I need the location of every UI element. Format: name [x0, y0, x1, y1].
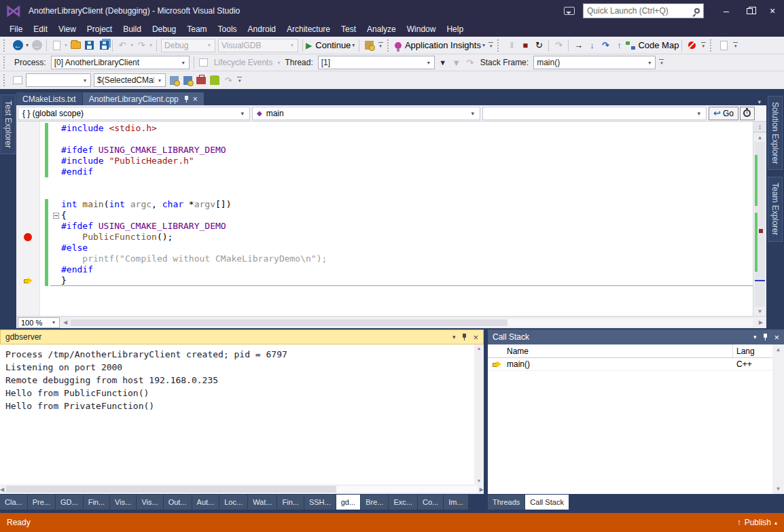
panel-tab-vis[interactable]: Vis... — [137, 495, 163, 510]
code-line[interactable]: { — [16, 210, 753, 221]
panel-tab-aut[interactable]: Aut... — [192, 495, 220, 510]
undo-dropdown-icon[interactable]: ▾ — [129, 42, 135, 48]
breakpoint-margin[interactable] — [16, 275, 39, 286]
document-tab[interactable]: CMakeLists.txt — [16, 92, 82, 105]
scroll-down-icon[interactable]: ▼ — [477, 478, 482, 483]
code-text[interactable]: #endif — [61, 264, 753, 275]
scroll-down-icon[interactable]: ▼ — [753, 306, 766, 316]
step-into-button[interactable]: ↓ — [585, 38, 599, 53]
panel-tab-fin[interactable]: Fin... — [277, 495, 304, 510]
close-icon[interactable]: × — [774, 332, 779, 342]
menu-item-help[interactable]: Help — [441, 22, 469, 36]
search-dropdown[interactable]: ▾ — [482, 107, 707, 120]
menu-item-view[interactable]: View — [53, 22, 82, 36]
code-line[interactable]: #ifdef USING_CMAKE_LIBRARY_DEMO — [16, 221, 753, 232]
output-vertical-scrollbar[interactable]: ▲ ▼ — [474, 344, 484, 484]
panel-tab-fin[interactable]: Fin... — [84, 495, 110, 510]
back-dropdown-icon[interactable]: ▾ — [24, 42, 30, 48]
toolbar-grip[interactable] — [387, 39, 391, 52]
new-file-button[interactable] — [50, 38, 63, 53]
breakpoint-margin[interactable] — [16, 264, 39, 275]
disable-breakpoints-button[interactable] — [685, 38, 698, 53]
code-line[interactable] — [16, 177, 753, 188]
code-line[interactable]: #ifdef USING_CMAKE_LIBRARY_DEMO — [16, 145, 753, 156]
redo-button[interactable]: ↷ — [135, 38, 148, 53]
breakpoint-margin[interactable] — [16, 166, 39, 177]
output-horizontal-scrollbar[interactable]: ◀ ▶ — [0, 484, 484, 494]
document-tab[interactable]: AnotherLibraryClient.cpp× — [83, 92, 204, 105]
toolbar-grip[interactable] — [497, 39, 501, 52]
panel-tab-vis[interactable]: Vis... — [110, 495, 137, 510]
scroll-down-icon[interactable]: ▼ — [776, 486, 781, 492]
quick-launch-input[interactable]: Quick Launch (Ctrl+Q) — [583, 3, 704, 18]
code-line[interactable]: } — [16, 275, 753, 286]
filter-threads-button[interactable]: ▼ — [436, 55, 450, 70]
breakpoint-margin[interactable] — [16, 210, 39, 221]
navigate-forward-button[interactable]: → — [30, 38, 43, 53]
save-button[interactable] — [82, 38, 96, 53]
output-text[interactable]: Process /tmp/AnotherLibraryClient create… — [0, 344, 474, 484]
menu-item-project[interactable]: Project — [82, 22, 118, 36]
breakpoint-margin[interactable] — [16, 221, 39, 232]
code-text[interactable]: #endif — [61, 166, 753, 177]
panel-tab-co[interactable]: Co... — [418, 495, 444, 510]
menu-item-edit[interactable]: Edit — [28, 22, 53, 36]
document-list-dropdown-icon[interactable]: ▾ — [758, 99, 766, 105]
find-in-files-button[interactable] — [362, 38, 376, 53]
process-combo[interactable]: [0] AnotherLibraryClient ▾ — [51, 56, 190, 69]
code-text[interactable]: printf("Compiled without CMakeLibraryDem… — [61, 253, 753, 264]
publish-button[interactable]: Publish — [745, 518, 771, 527]
panel-tab-wat[interactable]: Wat... — [248, 495, 277, 510]
code-line[interactable]: #include "PublicHeader.h" — [16, 156, 753, 166]
close-button[interactable]: × — [761, 1, 784, 20]
save-all-button[interactable] — [96, 38, 109, 53]
column-header-name[interactable]: Name — [505, 344, 733, 357]
cmake-config-combo[interactable]: ▾ — [26, 73, 91, 87]
thread-combo[interactable]: [1] ▾ — [318, 56, 435, 69]
code-text[interactable]: #ifdef USING_CMAKE_LIBRARY_DEMO — [61, 221, 753, 232]
pin-icon[interactable] — [184, 96, 189, 103]
toolchain-button[interactable] — [194, 73, 208, 88]
member-dropdown[interactable]: ◆ main ▾ — [252, 107, 480, 120]
stack-frame-combo[interactable]: main() ▾ — [533, 56, 656, 69]
call-stack-header-row[interactable]: Name Lang — [488, 344, 772, 358]
cmake-build-button[interactable] — [11, 73, 24, 88]
toolbar-overflow-button[interactable]: ▾ — [733, 42, 738, 49]
code-line[interactable] — [16, 134, 753, 145]
toolbar-grip[interactable] — [3, 74, 7, 86]
code-line[interactable]: #else — [16, 243, 753, 253]
zoom-level-dropdown[interactable]: 100 % ▾ — [18, 317, 60, 328]
restart-button[interactable]: ↻ — [532, 38, 546, 53]
toolbar-overflow-button[interactable]: ▾ — [378, 42, 383, 49]
fold-toggle[interactable] — [50, 210, 61, 221]
code-editor[interactable]: #include <stdio.h>#ifdef USING_CMAKE_LIB… — [16, 122, 753, 316]
call-stack-vertical-scrollbar[interactable]: ▲ ▼ — [772, 344, 784, 494]
output-panel-title-bar[interactable]: gdbserver ▾ × — [0, 330, 484, 344]
toolbar-grip[interactable] — [3, 39, 7, 52]
continue-dropdown-icon[interactable]: ▾ — [351, 42, 356, 48]
code-text[interactable] — [61, 134, 753, 145]
menu-item-debug[interactable]: Debug — [147, 22, 181, 36]
pin-icon[interactable] — [763, 334, 768, 340]
scroll-left-icon[interactable]: ◀ — [60, 319, 71, 325]
code-line[interactable]: printf("Compiled without CMakeLibraryDem… — [16, 253, 753, 264]
breakpoint-margin[interactable] — [16, 188, 39, 199]
breakpoint-margin[interactable] — [16, 199, 39, 210]
editor-vertical-scrollbar[interactable]: ↕ ▲ ▼ — [753, 122, 766, 316]
side-tab-team-explorer[interactable]: Team Explorer — [768, 177, 783, 241]
code-line[interactable]: PublicFunction(); — [16, 232, 753, 243]
scroll-up-icon[interactable]: ▲ — [477, 346, 482, 351]
lifecycle-dropdown-icon[interactable]: ▾ — [276, 60, 281, 66]
stop-debugging-button[interactable]: ■ — [518, 38, 532, 53]
code-text[interactable]: } — [61, 275, 753, 286]
menu-item-architecture[interactable]: Architecture — [281, 22, 336, 36]
toolbar-grip[interactable] — [3, 56, 7, 69]
window-position-dropdown-icon[interactable]: ▾ — [452, 334, 456, 340]
continue-button[interactable]: ▶ Continue — [306, 38, 351, 53]
toolbar-overflow-button[interactable]: ▾ — [488, 42, 494, 49]
scroll-left-icon[interactable]: ◀ — [0, 486, 4, 493]
code-line[interactable] — [16, 188, 753, 199]
diagnostics-button[interactable] — [717, 38, 731, 53]
menu-item-file[interactable]: File — [4, 22, 28, 36]
scroll-right-icon[interactable]: ▶ — [480, 486, 484, 493]
